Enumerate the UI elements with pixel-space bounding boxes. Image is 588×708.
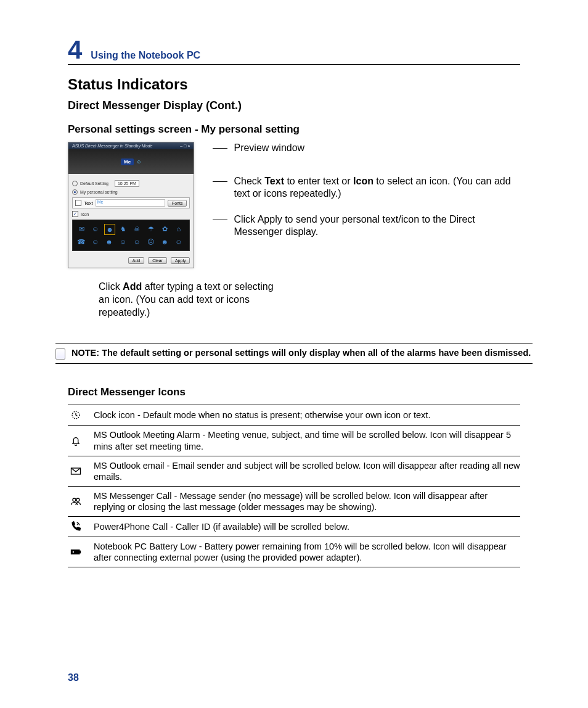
personal-setting-radio[interactable] (72, 189, 78, 195)
clear-button[interactable]: Clear (148, 257, 167, 264)
page-heading: Status Indicators (68, 76, 520, 93)
picker-icon[interactable]: ☺ (118, 237, 128, 247)
icon-desc: MS Messenger Call - Message sender (no m… (94, 490, 520, 512)
icons-table: Clock icon - Default mode when no status… (68, 405, 520, 567)
icon-label: Icon (81, 212, 89, 216)
default-setting-radio[interactable] (72, 181, 78, 186)
personal-setting-label: My personal setting (80, 190, 118, 194)
callout-add: Click Add after typing a text or selecti… (99, 281, 284, 319)
picker-icon[interactable]: ☻ (160, 237, 169, 247)
leader-line (213, 148, 227, 149)
icon-desc: MS Outlook Meeting Alarm - Meeting venue… (94, 429, 520, 451)
preview-emoji-icon: ☺ (136, 159, 141, 165)
picker-icon[interactable]: ✉ (76, 224, 86, 234)
leader-line (213, 181, 227, 182)
note-text: NOTE: The default setting or personal se… (71, 348, 531, 358)
phone-icon (68, 521, 84, 533)
preview-me-badge: Me (121, 158, 134, 165)
icon-desc: Clock icon - Default mode when no status… (94, 410, 520, 421)
window-title: ASUS Direct Messenger in Standby Mode (72, 144, 152, 148)
icon-row: Power4Phone Call - Caller ID (if availab… (68, 517, 520, 537)
svg-rect-5 (80, 551, 81, 553)
picker-icon[interactable]: ☺ (132, 237, 142, 247)
mail-icon (68, 465, 84, 477)
leader-line (213, 220, 227, 220)
text-label: Text (84, 200, 93, 206)
picker-icon[interactable]: ☹ (146, 237, 156, 247)
text-input-row: Text Me Fonts (72, 197, 190, 208)
page-number: 38 (68, 672, 79, 683)
default-time-field[interactable]: 10:25 PM (115, 180, 139, 187)
callout-preview: Preview window (234, 142, 304, 154)
picker-icon[interactable]: ☂ (146, 224, 156, 234)
svg-point-2 (73, 498, 76, 501)
settings-window: ASUS Direct Messenger in Standby Mode – … (68, 142, 194, 268)
chapter-header: 4 Using the Notebook PC (68, 37, 520, 65)
picker-icon-selected[interactable]: ☻ (104, 224, 115, 235)
apply-button[interactable]: Apply (171, 257, 190, 264)
battery-icon (68, 546, 84, 558)
icon-desc: Power4Phone Call - Caller ID (if availab… (94, 521, 520, 532)
callouts-column: Preview window Check Text to enter text … (213, 142, 520, 268)
icon-desc: MS Outlook email - Email sender and subj… (94, 460, 520, 482)
bell-icon (68, 435, 84, 447)
text-checkbox[interactable] (75, 200, 81, 206)
picker-icon[interactable]: ✿ (160, 224, 169, 234)
section-heading: Personal settings screen - My personal s… (68, 123, 520, 136)
fonts-button[interactable]: Fonts (168, 200, 187, 207)
preview-area: Me ☺ (68, 149, 194, 174)
icon-desc: Notebook PC Battery Low - Battery power … (94, 541, 520, 563)
icon-row: MS Outlook Meeting Alarm - Meeting venue… (68, 426, 520, 456)
callout-apply: Click Apply to send your personal text/i… (234, 213, 520, 238)
picker-icon[interactable]: ☺ (174, 237, 184, 247)
svg-point-3 (76, 498, 80, 501)
callout-text-icon: Check Text to enter text or Icon to sele… (234, 175, 520, 200)
note-icon (55, 348, 65, 360)
note-box: NOTE: The default setting or personal se… (55, 344, 533, 364)
annotated-screenshot: ASUS Direct Messenger in Standby Mode – … (68, 142, 520, 268)
icon-picker-grid[interactable]: ✉ ☺ ☻ ♞ ☠ ☂ ✿ ⌂ ☎ ☺ ☻ ☺ ☺ ☹ ☻ ☺ (72, 220, 190, 251)
picker-icon[interactable]: ⌂ (174, 224, 184, 234)
icon-row: Clock icon - Default mode when no status… (68, 405, 520, 426)
people-icon (68, 495, 84, 508)
default-setting-label: Default Setting (80, 181, 108, 186)
add-button[interactable]: Add (128, 257, 144, 264)
page-subheading: Direct Messenger Display (Cont.) (68, 99, 520, 112)
picker-icon[interactable]: ♞ (118, 224, 128, 234)
icon-row: MS Messenger Call - Message sender (no m… (68, 487, 520, 517)
chapter-title: Using the Notebook PC (91, 50, 200, 61)
picker-icon[interactable]: ☠ (132, 224, 142, 234)
text-field[interactable]: Me (96, 199, 165, 207)
icon-row: MS Outlook email - Email sender and subj… (68, 456, 520, 487)
icon-row: Notebook PC Battery Low - Battery power … (68, 537, 520, 567)
picker-icon[interactable]: ☎ (76, 237, 86, 247)
icon-checkbox[interactable]: ✓ (72, 211, 78, 217)
picker-icon[interactable]: ☺ (91, 224, 100, 234)
window-controls: – □ × (180, 144, 190, 148)
clock-icon (68, 409, 84, 421)
chapter-number: 4 (68, 37, 82, 63)
window-titlebar: ASUS Direct Messenger in Standby Mode – … (68, 142, 194, 149)
picker-icon[interactable]: ☺ (91, 237, 100, 247)
icons-table-heading: Direct Messenger Icons (68, 386, 520, 398)
svg-rect-6 (72, 551, 74, 553)
picker-icon[interactable]: ☻ (104, 237, 114, 247)
